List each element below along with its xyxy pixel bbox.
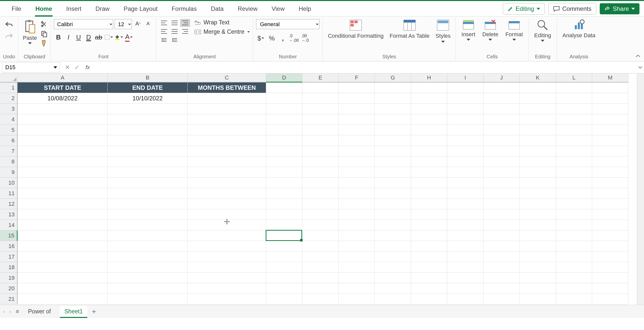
cell-K14[interactable]: [520, 220, 556, 230]
cell-E17[interactable]: [302, 252, 339, 262]
cell-M12[interactable]: [592, 199, 628, 209]
cell-I8[interactable]: [447, 156, 484, 167]
cell-M16[interactable]: [592, 241, 628, 252]
cell-G16[interactable]: [375, 241, 411, 252]
cell-A15[interactable]: [18, 230, 108, 241]
column-header-D[interactable]: D: [266, 73, 302, 82]
cell-K15[interactable]: [520, 230, 556, 241]
merge-centre-button[interactable]: Merge & Centre: [194, 28, 250, 35]
cell-G18[interactable]: [375, 262, 411, 273]
cell-styles-button[interactable]: Styles: [433, 19, 453, 43]
cell-B5[interactable]: [108, 125, 188, 135]
tab-page-layout[interactable]: Page Layout: [116, 1, 165, 17]
fill-color-button[interactable]: [114, 33, 123, 42]
row-header-20[interactable]: 20: [0, 283, 18, 294]
format-painter-icon[interactable]: [41, 40, 48, 47]
insert-cells-button[interactable]: Insert: [459, 19, 478, 41]
cell-A20[interactable]: [18, 283, 108, 294]
cell-E5[interactable]: [302, 125, 339, 135]
cell-H17[interactable]: [411, 252, 447, 262]
cell-F8[interactable]: [339, 156, 375, 167]
cell-M7[interactable]: [592, 146, 628, 156]
cell-B8[interactable]: [108, 156, 188, 167]
cell-H2[interactable]: [411, 93, 447, 104]
cell-D12[interactable]: [266, 199, 302, 209]
cell-J5[interactable]: [484, 125, 520, 135]
cell-K9[interactable]: [520, 167, 556, 178]
cell-C15[interactable]: [188, 230, 266, 241]
cell-L4[interactable]: [556, 114, 592, 125]
cell-G14[interactable]: [375, 220, 411, 230]
cell-D1[interactable]: [266, 82, 302, 93]
cell-I9[interactable]: [447, 167, 484, 178]
cell-H4[interactable]: [411, 114, 447, 125]
tab-home[interactable]: Home: [28, 1, 59, 17]
sheet-tab-power-of[interactable]: Power of: [24, 306, 56, 317]
cell-A5[interactable]: [18, 125, 108, 135]
cell-L6[interactable]: [556, 135, 592, 146]
cell-I15[interactable]: [447, 230, 484, 241]
cell-H20[interactable]: [411, 283, 447, 294]
sheet-tab-sheet1[interactable]: Sheet1: [60, 306, 87, 317]
cell-J14[interactable]: [484, 220, 520, 230]
cell-E9[interactable]: [302, 167, 339, 178]
cell-H16[interactable]: [411, 241, 447, 252]
cell-E6[interactable]: [302, 135, 339, 146]
cell-H7[interactable]: [411, 146, 447, 156]
expand-formula-bar[interactable]: [636, 66, 644, 69]
row-header-6[interactable]: 6: [0, 135, 18, 146]
cell-B10[interactable]: [108, 178, 188, 188]
cell-B18[interactable]: [108, 262, 188, 273]
percent-button[interactable]: %: [267, 34, 276, 43]
cell-D6[interactable]: [266, 135, 302, 146]
cell-H9[interactable]: [411, 167, 447, 178]
cell-J15[interactable]: [484, 230, 520, 241]
cell-L2[interactable]: [556, 93, 592, 104]
tab-help[interactable]: Help: [292, 1, 318, 17]
cell-L20[interactable]: [556, 283, 592, 294]
cell-B21[interactable]: [108, 294, 188, 304]
cell-F14[interactable]: [339, 220, 375, 230]
cell-K6[interactable]: [520, 135, 556, 146]
cell-C3[interactable]: [188, 104, 266, 114]
increase-decimal-button[interactable]: .0←.00: [289, 34, 298, 43]
cell-A21[interactable]: [18, 294, 108, 304]
cell-K17[interactable]: [520, 252, 556, 262]
cell-B3[interactable]: [108, 104, 188, 114]
cell-J16[interactable]: [484, 241, 520, 252]
tab-file[interactable]: File: [5, 1, 28, 17]
cell-B12[interactable]: [108, 199, 188, 209]
cell-A1[interactable]: START DATE: [18, 82, 108, 93]
cell-F17[interactable]: [339, 252, 375, 262]
cell-A9[interactable]: [18, 167, 108, 178]
cell-I14[interactable]: [447, 220, 484, 230]
cell-B7[interactable]: [108, 146, 188, 156]
formula-input[interactable]: [92, 61, 636, 73]
cell-G21[interactable]: [375, 294, 411, 304]
cell-B11[interactable]: [108, 188, 188, 199]
cell-D11[interactable]: [266, 188, 302, 199]
cell-E10[interactable]: [302, 178, 339, 188]
cell-B15[interactable]: [108, 230, 188, 241]
cell-J20[interactable]: [484, 283, 520, 294]
align-top-right[interactable]: [180, 19, 190, 27]
cell-L15[interactable]: [556, 230, 592, 241]
cell-F2[interactable]: [339, 93, 375, 104]
cell-G2[interactable]: [375, 93, 411, 104]
cut-icon[interactable]: [41, 21, 48, 28]
cell-B17[interactable]: [108, 252, 188, 262]
cell-K21[interactable]: [520, 294, 556, 304]
cell-B19[interactable]: [108, 273, 188, 283]
cell-F10[interactable]: [339, 178, 375, 188]
cell-G6[interactable]: [375, 135, 411, 146]
cell-D8[interactable]: [266, 156, 302, 167]
font-color-button[interactable]: A: [124, 33, 133, 42]
cell-J9[interactable]: [484, 167, 520, 178]
cell-G9[interactable]: [375, 167, 411, 178]
row-header-1[interactable]: 1: [0, 82, 18, 93]
cell-J21[interactable]: [484, 294, 520, 304]
cell-M14[interactable]: [592, 220, 628, 230]
column-header-J[interactable]: J: [484, 73, 520, 82]
cell-D18[interactable]: [266, 262, 302, 273]
tab-formulas[interactable]: Formulas: [165, 1, 204, 17]
